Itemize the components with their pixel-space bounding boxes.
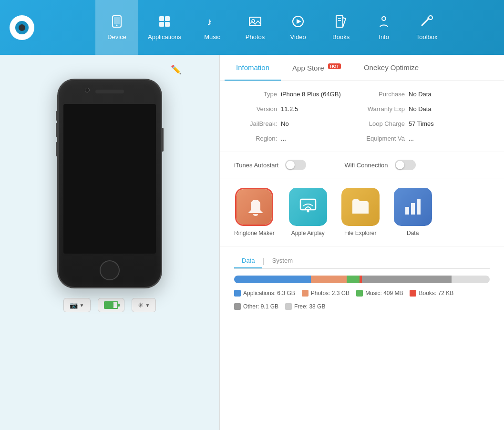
app-label-explorer: File Explorer (344, 230, 376, 236)
nav-tab-books[interactable]: Books (319, 0, 362, 55)
sync-button[interactable]: ✳ ▼ (132, 298, 156, 312)
panel-tabs: InfomationApp Store HOTOnekey Optimize (220, 55, 504, 81)
app-icon-wrap-airplay (289, 188, 327, 226)
svg-rect-23 (405, 207, 409, 215)
legend-dot-music (356, 290, 363, 297)
storage-tabs: Data|System (234, 254, 490, 269)
app-shortcut-explorer[interactable]: File Explorer (341, 188, 380, 236)
music-tab-label: Music (204, 33, 220, 41)
toggle-item-itunes_autostart: iTunes Autostart (234, 160, 306, 170)
phone-power-button (162, 128, 164, 152)
applications-tab-icon (158, 15, 171, 31)
left-panel: ✏️ 📷 ▼ ✳ (0, 55, 219, 430)
video-tab-icon (291, 15, 305, 31)
svg-rect-15 (336, 16, 343, 27)
svg-point-22 (307, 210, 309, 213)
info-value: ... (281, 135, 286, 142)
bar-segment-music (347, 276, 360, 283)
applications-tab-label: Applications (148, 33, 181, 41)
toolbox-tab-icon (420, 15, 433, 31)
logo-icon (10, 15, 34, 40)
nav-tab-applications[interactable]: Applications (138, 0, 191, 55)
phone-preview (57, 79, 162, 288)
nav-tab-device[interactable]: Device (95, 0, 138, 55)
bar-segment-free (452, 276, 490, 283)
legend-label-free: Free: 38 GB (294, 303, 325, 310)
books-tab-icon (334, 15, 348, 31)
info-label: Type (234, 91, 277, 98)
app-icon-explorer (341, 188, 380, 226)
info-value: ... (409, 135, 414, 142)
edit-icon[interactable]: ✏️ (171, 64, 181, 75)
right-panel: InfomationApp Store HOTOnekey Optimize T… (219, 55, 504, 430)
svg-rect-24 (411, 203, 415, 215)
legend-dot-other (234, 303, 241, 310)
bar-segment-applications (234, 276, 311, 283)
photos-tab-label: Photos (246, 33, 265, 41)
legend-item-photos: Photos: 2.3 GB (302, 290, 350, 297)
info-label: Region: (234, 135, 277, 142)
app-shortcuts-row: Ringtone Maker Apple Airplay File Explor… (220, 178, 504, 246)
svg-rect-25 (417, 199, 421, 215)
app-icon-wrap-data (394, 188, 432, 226)
music-tab-icon: ♪ (206, 15, 219, 31)
app-icon-airplay (289, 188, 327, 226)
storage-section: Data|System Applications: 6.3 GB Photos:… (220, 246, 504, 317)
phone-screen (63, 104, 156, 254)
legend-item-applications: Applications: 6.3 GB (234, 290, 295, 297)
nav-tab-video[interactable]: Video (277, 0, 319, 55)
panel-tab-onekey[interactable]: Onekey Optimize (352, 55, 430, 81)
svg-rect-7 (165, 16, 170, 21)
info-label: Purchase (362, 91, 405, 98)
legend-item-free: Free: 38 GB (285, 303, 325, 310)
main-content: ✏️ 📷 ▼ ✳ (0, 55, 504, 430)
app-header: Device Applications ♪ Music Photos Video… (0, 0, 504, 55)
nav-tab-photos[interactable]: Photos (234, 0, 277, 55)
toggle-label-wifi_connection: Wifi Connection (344, 162, 388, 169)
info-label: Warranty Exp (362, 105, 405, 113)
app-label-data: Data (407, 230, 419, 236)
svg-text:♪: ♪ (207, 16, 212, 28)
info-row-left-0: Type iPhone 8 Plus (64GB) (234, 91, 362, 98)
storage-tab-data[interactable]: Data (234, 254, 262, 268)
app-icon-ringtone (237, 189, 273, 226)
toggle-item-wifi_connection: Wifi Connection (344, 160, 415, 170)
toggle-switch-wifi_connection[interactable] (395, 160, 416, 170)
nav-tab-toolbox[interactable]: Toolbox (405, 0, 448, 55)
panel-tab-information[interactable]: Infomation (225, 55, 281, 81)
legend-label-books: Books: 72 KB (419, 290, 453, 297)
info-label: JailBreak: (234, 120, 277, 127)
info-value: No (281, 120, 289, 127)
info-value: 11.2.5 (281, 105, 298, 113)
legend-item-music: Music: 409 MB (356, 290, 403, 297)
battery-indicator (98, 298, 124, 312)
toggle-switch-itunes_autostart[interactable] (285, 160, 306, 170)
bottom-toolbar: 📷 ▼ ✳ ▼ (63, 298, 156, 312)
nav-tab-info[interactable]: Info (362, 0, 405, 55)
legend-label-photos: Photos: 2.3 GB (311, 290, 350, 297)
device-tab-icon (110, 15, 123, 31)
app-shortcut-data[interactable]: Data (394, 188, 432, 236)
nav-tab-music[interactable]: ♪ Music (191, 0, 234, 55)
info-row-left-2: JailBreak: No (234, 120, 362, 127)
panel-tab-appstore[interactable]: App Store HOT (281, 55, 352, 81)
storage-tab-system[interactable]: System (265, 254, 300, 268)
storage-bar (234, 276, 490, 283)
info-value: No Data (409, 105, 432, 113)
toggle-label-itunes_autostart: iTunes Autostart (234, 162, 278, 169)
svg-point-19 (429, 16, 432, 20)
legend-item-other: Other: 9.1 GB (234, 303, 278, 310)
device-tab-label: Device (107, 33, 126, 41)
info-row-right-0: Purchase No Data (362, 91, 490, 98)
info-row-left-3: Region: ... (234, 135, 362, 142)
app-shortcut-ringtone[interactable]: Ringtone Maker (234, 188, 275, 236)
svg-point-18 (382, 17, 386, 20)
app-icon-wrap-ringtone (235, 188, 273, 226)
svg-point-2 (20, 25, 24, 30)
app-shortcut-airplay[interactable]: Apple Airplay (289, 188, 327, 236)
phone-vol-down-button (56, 142, 58, 156)
legend-dot-free (285, 303, 292, 310)
bar-segment-photos (311, 276, 347, 283)
legend-label-applications: Applications: 6.3 GB (243, 290, 295, 297)
camera-button[interactable]: 📷 ▼ (63, 298, 91, 312)
